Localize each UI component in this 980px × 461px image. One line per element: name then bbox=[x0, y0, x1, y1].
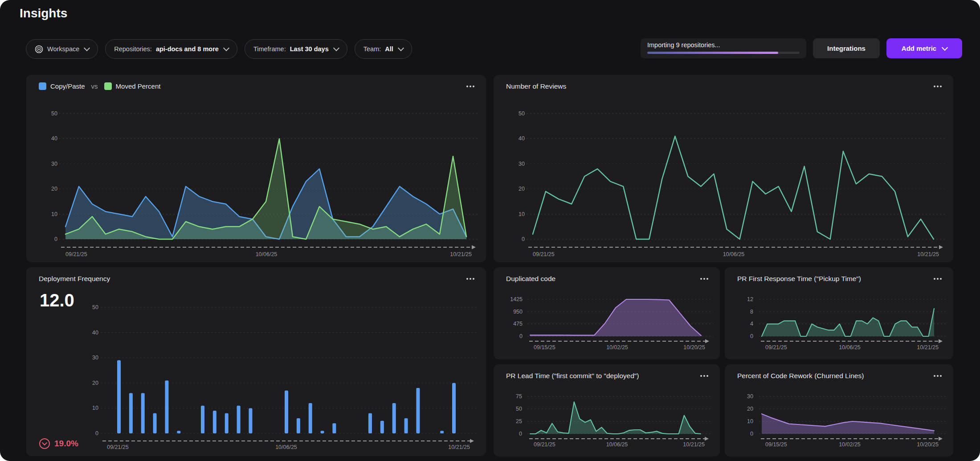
insights-dashboard: Insights Workspace Repositories: api-doc… bbox=[0, 0, 980, 461]
workspace-icon bbox=[35, 45, 43, 53]
panel-title: Deployment Frequency bbox=[39, 275, 110, 283]
svg-text:10/21/25: 10/21/25 bbox=[448, 444, 470, 450]
svg-text:0: 0 bbox=[95, 430, 98, 437]
svg-text:09/21/25: 09/21/25 bbox=[107, 444, 129, 450]
legend-vs-label: vs bbox=[91, 82, 98, 90]
svg-text:30: 30 bbox=[519, 161, 525, 167]
svg-text:1425: 1425 bbox=[510, 296, 523, 302]
panel-copy-paste: Copy/Paste vs Moved Percent 504030201000… bbox=[26, 75, 486, 262]
svg-text:20: 20 bbox=[92, 380, 98, 386]
svg-text:10/20/25: 10/20/25 bbox=[683, 344, 705, 351]
team-dropdown[interactable]: Team: All bbox=[355, 39, 412, 59]
timeframe-dropdown[interactable]: Timeframe: Last 30 days bbox=[245, 39, 347, 59]
number-of-reviews-chart: 5040302010009/21/2510/06/2510/21/25 bbox=[494, 75, 953, 262]
timeframe-prefix: Timeframe: bbox=[253, 45, 286, 53]
legend-swatch-copy-paste bbox=[39, 82, 46, 90]
team-prefix: Team: bbox=[363, 45, 381, 53]
timeframe-value: Last 30 days bbox=[290, 45, 329, 53]
panel-menu-icon[interactable] bbox=[934, 278, 935, 280]
header-actions: Importing 9 repositories... Integrations… bbox=[641, 38, 962, 58]
panel-duplicated-code: Duplicated code 1425950475009/15/2510/02… bbox=[494, 267, 720, 359]
import-status-card: Importing 9 repositories... bbox=[641, 38, 806, 58]
svg-text:09/21/25: 09/21/25 bbox=[533, 251, 555, 257]
svg-text:10/06/25: 10/06/25 bbox=[256, 251, 278, 257]
panel-menu-icon[interactable] bbox=[466, 278, 468, 280]
panel-menu-icon[interactable] bbox=[934, 86, 935, 87]
svg-text:8: 8 bbox=[750, 309, 753, 315]
add-metric-label: Add metric bbox=[902, 45, 936, 52]
panel-menu-icon[interactable] bbox=[700, 278, 702, 280]
import-status-text: Importing 9 repositories... bbox=[647, 41, 800, 49]
svg-text:10/06/25: 10/06/25 bbox=[606, 441, 628, 448]
svg-text:50: 50 bbox=[92, 304, 98, 310]
svg-text:10/21/25: 10/21/25 bbox=[683, 441, 705, 448]
chevron-down-icon bbox=[223, 45, 229, 51]
svg-text:10/06/25: 10/06/25 bbox=[723, 251, 745, 257]
chevron-down-icon bbox=[398, 45, 404, 51]
svg-text:25: 25 bbox=[516, 418, 522, 424]
deployment-frequency-value: 12.0 bbox=[40, 290, 74, 310]
svg-text:0: 0 bbox=[522, 236, 525, 242]
panel-pr-first-response-time: PR First Response Time ("Pickup Time") 1… bbox=[725, 267, 953, 359]
svg-text:30: 30 bbox=[747, 393, 753, 400]
svg-text:0: 0 bbox=[750, 333, 753, 339]
svg-text:10/02/25: 10/02/25 bbox=[839, 441, 861, 448]
svg-text:0: 0 bbox=[519, 333, 523, 339]
panel-menu-icon[interactable] bbox=[934, 375, 935, 377]
panel-title: Duplicated code bbox=[506, 275, 555, 283]
workspace-dropdown[interactable]: Workspace bbox=[26, 39, 98, 59]
chevron-down-icon bbox=[942, 44, 948, 50]
svg-text:50: 50 bbox=[516, 406, 522, 412]
panel-title: Percent of Code Rework (Churned Lines) bbox=[737, 372, 864, 380]
deployment-frequency-chart: 5040302010009/21/2510/06/2510/21/25 bbox=[26, 267, 486, 456]
legend-label-moved-percent: Moved Percent bbox=[116, 82, 161, 90]
add-metric-button[interactable]: Add metric bbox=[886, 38, 962, 58]
svg-text:475: 475 bbox=[513, 321, 523, 327]
svg-text:09/21/25: 09/21/25 bbox=[65, 251, 87, 257]
svg-text:0: 0 bbox=[54, 236, 57, 242]
svg-text:10: 10 bbox=[519, 211, 525, 217]
svg-text:20: 20 bbox=[747, 406, 753, 412]
chevron-down-icon bbox=[84, 45, 90, 51]
svg-text:09/15/25: 09/15/25 bbox=[765, 441, 787, 448]
repositories-value: api-docs and 8 more bbox=[156, 45, 219, 53]
svg-text:10: 10 bbox=[51, 211, 57, 217]
panel-code-rework: Percent of Code Rework (Churned Lines) 3… bbox=[725, 364, 953, 457]
import-progress-bar bbox=[647, 52, 800, 54]
svg-text:50: 50 bbox=[519, 110, 525, 117]
integrations-button[interactable]: Integrations bbox=[813, 38, 880, 58]
chevron-down-icon bbox=[333, 45, 339, 51]
svg-text:10/02/25: 10/02/25 bbox=[606, 344, 628, 351]
svg-text:10/06/25: 10/06/25 bbox=[275, 444, 297, 450]
repositories-prefix: Repositories: bbox=[114, 45, 152, 53]
svg-text:12: 12 bbox=[747, 296, 753, 302]
svg-text:09/21/25: 09/21/25 bbox=[765, 344, 787, 351]
svg-text:0: 0 bbox=[519, 431, 522, 437]
svg-text:30: 30 bbox=[92, 355, 98, 361]
integrations-label: Integrations bbox=[827, 45, 866, 52]
svg-text:40: 40 bbox=[51, 135, 57, 142]
panel-menu-icon[interactable] bbox=[466, 86, 468, 87]
panel-menu-icon[interactable] bbox=[700, 375, 702, 377]
svg-text:09/15/25: 09/15/25 bbox=[534, 344, 555, 351]
svg-text:75: 75 bbox=[516, 393, 522, 400]
svg-text:50: 50 bbox=[51, 110, 57, 117]
svg-text:10/21/25: 10/21/25 bbox=[917, 251, 939, 257]
svg-text:10: 10 bbox=[747, 418, 753, 424]
svg-text:20: 20 bbox=[51, 186, 57, 192]
svg-text:09/21/25: 09/21/25 bbox=[534, 441, 555, 448]
deployment-delta-value: 19.0% bbox=[54, 439, 78, 449]
svg-text:20: 20 bbox=[519, 186, 525, 192]
workspace-label: Workspace bbox=[47, 45, 79, 53]
panel-number-of-reviews: Number of Reviews 5040302010009/21/2510/… bbox=[494, 75, 953, 262]
panel-title: PR Lead Time ("first commit" to "deploye… bbox=[506, 372, 639, 380]
svg-text:10/20/25: 10/20/25 bbox=[917, 441, 939, 448]
svg-text:0: 0 bbox=[750, 431, 753, 437]
repositories-dropdown[interactable]: Repositories: api-docs and 8 more bbox=[105, 39, 237, 59]
chart-legend: Copy/Paste vs Moved Percent bbox=[39, 82, 160, 90]
panel-pr-lead-time: PR Lead Time ("first commit" to "deploye… bbox=[494, 364, 720, 457]
svg-text:10: 10 bbox=[92, 405, 98, 411]
svg-text:40: 40 bbox=[92, 330, 98, 336]
import-progress-fill bbox=[647, 52, 778, 54]
panel-title: Number of Reviews bbox=[506, 82, 566, 90]
